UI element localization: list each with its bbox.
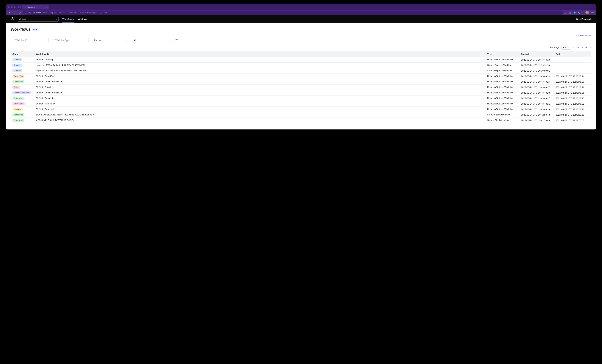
workflow-type-link[interactable]: SampleExpenseWorkflow <box>487 69 512 72</box>
new-tab-button[interactable]: + <box>50 6 54 9</box>
workflow-type-link[interactable]: RainbowStatusesWorkflow <box>487 108 513 110</box>
end-cell: 2022-03-24 UTC 19:43:48.23 <box>556 97 590 100</box>
time-range-select[interactable]: 24 hours ⌄ <box>91 38 130 43</box>
end-cell: 2022-03-24 UTC 19:42:53.51 <box>556 114 590 116</box>
workflow-id-placeholder: Workflow ID <box>15 39 27 42</box>
chevron-down-icon: ▾ <box>56 18 57 20</box>
browser-tab[interactable]: Temporal × <box>22 5 49 9</box>
end-cell: 2022-03-24 UTC 19:43:48.30 <box>556 81 590 83</box>
workflow-id-link[interactable]: expense_5aa20698-f2cd-48a4-a3ba-74582231… <box>36 69 87 72</box>
sidebar-toggle-icon[interactable] <box>18 6 21 8</box>
table-header: Status Workflow ID Type Started End <box>11 51 591 57</box>
per-page-value: 100 <box>563 46 566 49</box>
workflow-id-link[interactable]: 992dd6_TimedOut <box>36 75 54 77</box>
nav-archival[interactable]: Archival <box>78 16 88 23</box>
extension-globe-icon[interactable] <box>573 11 576 14</box>
workflow-id-input[interactable]: Workflow ID <box>11 38 48 43</box>
workflow-id-link[interactable]: parent-workflow_1b158846-7d23-49a1-a932-… <box>36 114 94 116</box>
forward-button[interactable] <box>13 11 16 14</box>
status-badge: Canceled <box>12 108 23 111</box>
per-page-select[interactable]: 100 ⌄ <box>561 45 570 50</box>
table-row[interactable]: Completed992dd6_CompletedRainbowStatuses… <box>11 95 591 101</box>
end-cell: 2022-03-24 UTC 19:43:48.22 <box>556 108 590 111</box>
workflow-id-link[interactable]: 992dd6_ContinuedAsNew <box>36 91 62 94</box>
workflow-type-input[interactable]: Workflow Type <box>51 38 88 43</box>
table-row[interactable]: Canceled992dd6_CanceledRainbowStatusesWo… <box>11 106 591 112</box>
workflow-id-link[interactable]: 992dd6_Failed <box>36 86 51 88</box>
nav-workflows[interactable]: Workflows <box>62 16 75 23</box>
workflow-id-link[interactable]: 992dd6_ContinuedAsNew <box>36 80 62 83</box>
address-bar[interactable]: http://localhost:3000/namespaces/default… <box>23 10 563 15</box>
table-row[interactable]: CompletedABC-SIMPLE-CHILD-WORKFLOW-IDSam… <box>11 117 591 123</box>
status-badge: Terminated <box>12 102 25 105</box>
more-icon[interactable]: ··· <box>591 11 594 14</box>
end-cell: 2022-03-24 UTC 19:43:49.24 <box>556 75 590 78</box>
next-page-button[interactable]: › <box>589 46 591 49</box>
extension-hex-icon[interactable] <box>578 11 580 14</box>
svg-line-8 <box>14 41 14 41</box>
namespace-selector[interactable]: default ▾ <box>18 17 59 21</box>
window-minimize-icon[interactable] <box>11 6 13 8</box>
workflow-id-link[interactable]: 992dd6_Canceled <box>36 108 54 110</box>
give-feedback-link[interactable]: Give Feedback <box>576 18 591 21</box>
read-aloud-icon[interactable]: A» <box>565 11 566 14</box>
status-badge: Continued as New <box>12 91 31 94</box>
workflow-id-link[interactable]: 992dd6_Running <box>36 58 53 61</box>
workflow-type-link[interactable]: RainbowStatusesWorkflow <box>487 91 513 94</box>
time-range-value: 24 hours <box>92 39 101 42</box>
workflow-id-link[interactable]: 992dd6_Terminated <box>36 102 55 105</box>
page-range: 1–12 of 12 <box>577 46 587 49</box>
workflow-id-link[interactable]: expense_0692ba14-6c0b-4c70-9f0c-029387bd… <box>36 64 86 66</box>
status-badge: Completed <box>12 97 24 100</box>
search-icon <box>53 39 54 41</box>
workflow-type-link[interactable]: RainbowStatusesWorkflow <box>487 97 513 99</box>
page-content: Workflows Beta Advanced Search Workflow … <box>6 23 596 129</box>
workflow-type-link[interactable]: SampleExpenseWorkflow <box>487 64 512 66</box>
table-row[interactable]: Runningexpense_0692ba14-6c0b-4c70-9f0c-0… <box>11 62 591 68</box>
workflow-type-link[interactable]: SampleParentWorkflow <box>487 114 510 116</box>
close-tab-icon[interactable]: × <box>46 6 47 8</box>
workflow-type-link[interactable]: SampleChildWorkflow <box>487 119 509 121</box>
browser-window: Temporal × + http://localhost:3000/names… <box>6 4 596 129</box>
status-badge: Running <box>12 58 22 61</box>
namespace-value: default <box>19 18 26 21</box>
profile-avatar[interactable] <box>585 11 589 14</box>
window-close-icon[interactable] <box>8 6 10 8</box>
advanced-search-link[interactable]: Advanced Search <box>11 34 591 37</box>
table-row[interactable]: Timed Out992dd6_TimedOutRainbowStatusesW… <box>11 73 591 79</box>
table-row[interactable]: Completed992dd6_ContinuedAsNewRainbowSta… <box>11 79 591 84</box>
end-cell: 2022-03-24 UTC 19:43:48.25 <box>556 92 590 94</box>
back-button[interactable] <box>8 11 11 14</box>
table-row[interactable]: Runningexpense_5aa20698-f2cd-48a4-a3ba-7… <box>11 68 591 73</box>
browser-tabstrip: Temporal × + <box>6 4 596 10</box>
favorite-icon[interactable] <box>569 11 571 14</box>
workflow-id-link[interactable]: ABC-SIMPLE-CHILD-WORKFLOW-ID <box>36 119 74 121</box>
per-page-label: Per Page <box>550 46 559 49</box>
workflow-type-link[interactable]: RainbowStatusesWorkflow <box>487 86 513 88</box>
workflow-type-link[interactable]: RainbowStatusesWorkflow <box>487 75 513 77</box>
workflow-type-link[interactable]: RainbowStatusesWorkflow <box>487 58 513 61</box>
temporal-logo-icon <box>11 17 14 21</box>
timezone-select[interactable]: UTC ⌄ <box>172 38 210 43</box>
temporal-favicon-icon <box>24 6 26 8</box>
info-icon <box>25 12 27 14</box>
table-body: Running992dd6_RunningRainbowStatusesWork… <box>11 57 591 123</box>
workflow-id-link[interactable]: 992dd6_Completed <box>36 97 55 99</box>
workflow-type-link[interactable]: RainbowStatusesWorkflow <box>487 102 513 105</box>
table-row[interactable]: Terminated992dd6_TerminatedRainbowStatus… <box>11 101 591 106</box>
table-row[interactable]: Completedparent-workflow_1b158846-7d23-4… <box>11 112 591 117</box>
timezone-value: UTC <box>174 39 179 42</box>
col-status: Status <box>12 53 36 55</box>
prev-page-button[interactable]: ‹ <box>572 46 574 49</box>
reload-button[interactable] <box>18 11 22 14</box>
status-badge: Failed <box>12 86 20 89</box>
table-row[interactable]: Running992dd6_RunningRainbowStatusesWork… <box>11 57 591 62</box>
table-row[interactable]: Failed992dd6_FailedRainbowStatusesWorkfl… <box>11 84 591 90</box>
window-maximize-icon[interactable] <box>14 6 16 8</box>
status-select[interactable]: All ⌄ <box>132 38 170 43</box>
started-cell: 2022-03-24 UTC 19:43:48.25 <box>521 81 556 83</box>
workflow-type-link[interactable]: RainbowStatusesWorkflow <box>487 80 513 83</box>
started-cell: 2022-03-24 UTC 19:43:48.18 <box>521 108 556 111</box>
pagination: Per Page 100 ⌄ ‹ 1–12 of 12 › <box>11 45 591 50</box>
table-row[interactable]: Continued as New992dd6_ContinuedAsNewRai… <box>11 90 591 95</box>
